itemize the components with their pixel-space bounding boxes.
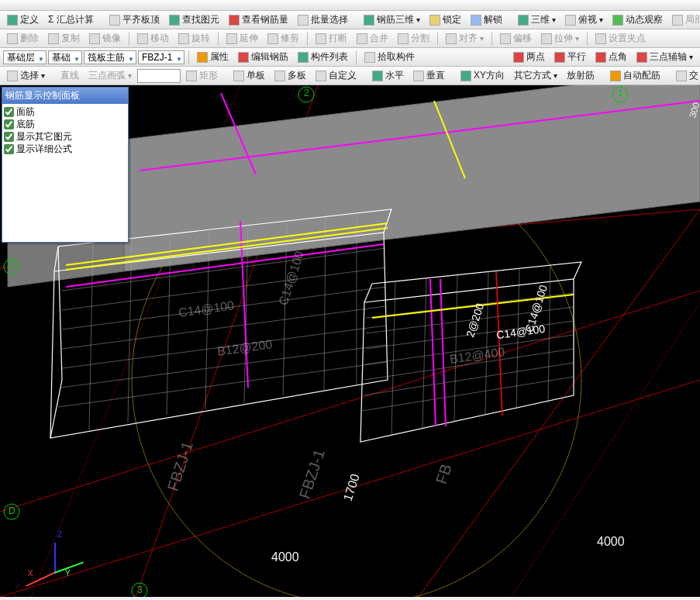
name-select[interactable]: FBZJ-1 — [138, 50, 184, 64]
xy-button[interactable]: XY方向 — [457, 67, 509, 84]
view-rebar-button[interactable]: 查看钢筋量 — [225, 12, 292, 28]
batch-select-button[interactable]: 批量选择 — [294, 12, 352, 28]
type-select[interactable]: 筏板主筋 — [84, 50, 136, 64]
grip-icon — [595, 33, 606, 44]
svg-line-49 — [440, 279, 446, 426]
edit-toolbar: 删除 复制 镜像 移动 旋转 延伸 修剪 打断 合并 分割 对齐▾ 偏移 拉伸▾… — [0, 29, 700, 48]
xy-icon — [460, 71, 471, 81]
local3d-button[interactable]: 局部三维 — [668, 12, 700, 28]
viewport-3d[interactable]: 2 1 A C D 3 FBZJ-1 FBZJ-1 FB C14@100 C14… — [0, 85, 700, 597]
three-pt-axis-button[interactable]: 三点辅轴▾ — [633, 49, 697, 65]
split-button[interactable]: 分割 — [394, 30, 433, 47]
svg-line-45 — [485, 271, 488, 416]
move-button[interactable]: 移动 — [133, 30, 173, 47]
offset-button[interactable]: 偏移 — [496, 30, 536, 47]
trim-icon — [267, 33, 278, 44]
multi-icon — [274, 71, 285, 81]
stretch-icon — [541, 33, 552, 44]
single-button[interactable]: 单板 — [229, 67, 269, 84]
merge-icon — [357, 33, 367, 44]
align-button[interactable]: 对齐▾ — [442, 30, 488, 47]
custom-icon — [316, 71, 326, 81]
chk-show-others[interactable]: 显示其它图元 — [4, 130, 126, 143]
threed-icon — [518, 15, 529, 26]
svg-line-40 — [364, 363, 574, 395]
ptangle-icon — [595, 52, 606, 63]
rebar-icon — [229, 15, 240, 26]
extend-button[interactable]: 延伸 — [222, 30, 262, 47]
unlock-icon — [471, 15, 481, 26]
lock-icon — [429, 15, 440, 26]
delete-button[interactable]: 删除 — [3, 30, 43, 47]
rotate-button[interactable]: 旋转 — [174, 30, 214, 47]
trim-button[interactable]: 修剪 — [264, 30, 303, 47]
threept-icon — [636, 52, 647, 63]
other-button[interactable]: 其它方式▾ — [510, 67, 561, 84]
persp-button[interactable]: 俯视▾ — [561, 12, 607, 28]
level-icon — [109, 15, 120, 26]
rect-button[interactable]: 矩形 — [182, 67, 222, 84]
find-button[interactable]: 查找图元 — [165, 12, 223, 28]
swap-button[interactable]: 交 — [672, 67, 700, 84]
mirror-icon — [89, 33, 100, 44]
define-button[interactable]: 定义 — [3, 12, 43, 28]
level-button[interactable]: 平齐板顶 — [105, 12, 164, 28]
multi-button[interactable]: 多板 — [271, 67, 310, 84]
auto-icon — [610, 71, 621, 81]
edit-rebar-button[interactable]: 编辑钢筋 — [234, 49, 292, 65]
member-list-button[interactable]: 构件列表 — [294, 49, 352, 65]
rebar-display-panel[interactable]: 钢筋显示控制面板 面筋 底筋 显示其它图元 显示详细公式 — [2, 87, 129, 243]
setgrip-button[interactable]: 设置夹点 — [591, 30, 650, 47]
svg-line-41 — [362, 377, 574, 411]
svg-line-7 — [512, 302, 700, 597]
radial-button[interactable]: 放射筋 — [563, 67, 598, 84]
split-icon — [398, 33, 409, 44]
main-toolbar: 定义 Σ 汇总计算 平齐板顶 查找图元 查看钢筋量 批量选择 钢筋三维▾ 锁定 … — [0, 11, 700, 29]
floor-select[interactable]: 基础层 — [3, 50, 47, 64]
dim-4000-b: 4000 — [597, 535, 625, 549]
line-button[interactable]: 直线 — [57, 67, 83, 84]
stretch-button[interactable]: 拉伸▾ — [537, 30, 583, 47]
two-pt-button[interactable]: 两点 — [509, 49, 549, 65]
select-button[interactable]: 选择▾ — [3, 67, 49, 84]
mirror-button[interactable]: 镜像 — [85, 30, 125, 47]
sum-button[interactable]: Σ 汇总计算 — [44, 12, 98, 28]
lock-button[interactable]: 锁定 — [426, 12, 465, 28]
align-icon — [446, 33, 457, 44]
attr-button[interactable]: 属性 — [193, 49, 233, 65]
chk-show-formula[interactable]: 显示详细公式 — [4, 143, 126, 155]
arc-input[interactable] — [137, 69, 181, 83]
break-button[interactable]: 打断 — [312, 30, 351, 47]
pt-angle-button[interactable]: 点角 — [591, 49, 631, 65]
custom-button[interactable]: 自定义 — [312, 67, 360, 84]
vert-button[interactable]: 垂直 — [409, 67, 449, 84]
arc3-button[interactable]: 三点画弧▾ — [84, 67, 136, 84]
chk-top-rebar[interactable]: 面筋 — [4, 105, 126, 118]
horiz-icon — [372, 71, 383, 81]
copy-button[interactable]: 复制 — [44, 30, 84, 47]
rebar-3d-button[interactable]: 钢筋三维▾ — [360, 12, 424, 28]
single-icon — [233, 71, 244, 81]
category-select[interactable]: 基础 — [48, 50, 82, 64]
dynobs-button[interactable]: 动态观察 — [609, 12, 667, 28]
horiz-button[interactable]: 水平 — [368, 67, 408, 84]
dim-4000-a: 4000 — [271, 550, 299, 564]
svg-line-48 — [430, 279, 436, 426]
parallel-button[interactable]: 平行 — [550, 49, 590, 65]
copy-icon — [48, 33, 59, 44]
pick-member-button[interactable]: 拾取构件 — [360, 49, 419, 65]
svg-line-51 — [496, 271, 502, 416]
layer-toolbar: 基础层 基础 筏板主筋 FBZJ-1 属性 编辑钢筋 构件列表 拾取构件 两点 … — [0, 48, 700, 67]
twopt-icon — [513, 52, 524, 63]
grid-bubble-c: C — [9, 260, 16, 271]
swap-icon — [676, 71, 687, 81]
unlock-button[interactable]: 解锁 — [467, 12, 506, 28]
threed-button[interactable]: 三维▾ — [514, 12, 560, 28]
orbit-icon — [612, 15, 623, 26]
panel-title[interactable]: 钢筋显示控制面板 — [2, 88, 128, 104]
auto-button[interactable]: 自动配筋 — [606, 67, 664, 84]
svg-line-46 — [516, 268, 519, 409]
cube-icon — [364, 15, 374, 26]
merge-button[interactable]: 合并 — [353, 30, 392, 47]
chk-bottom-rebar[interactable]: 底筋 — [4, 118, 126, 130]
